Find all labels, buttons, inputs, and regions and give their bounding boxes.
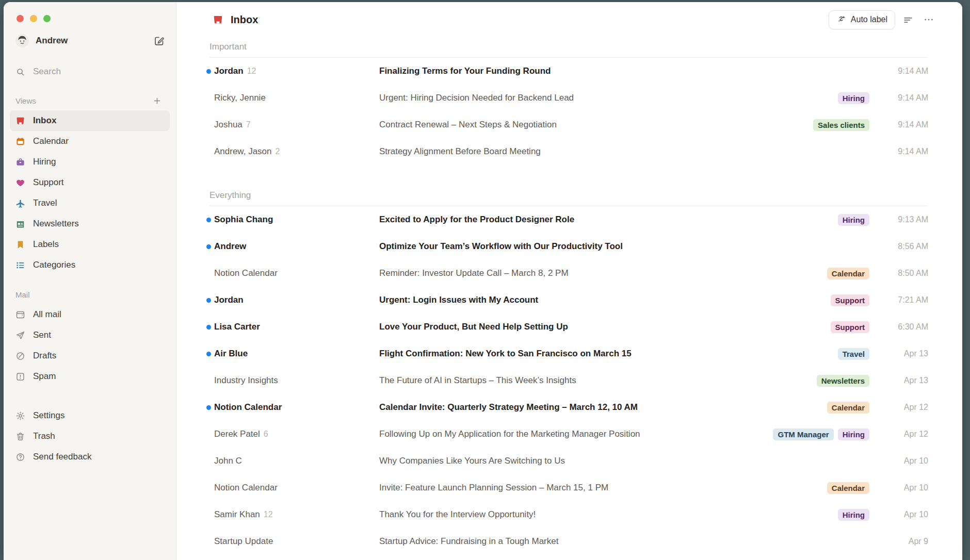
sidebar-item-label: Calendar	[33, 136, 69, 146]
label-badge-hiring[interactable]: Hiring	[838, 429, 869, 440]
label-badge-support[interactable]: Support	[831, 321, 870, 333]
email-row[interactable]: Joshua7Contract Renewal – Next Steps & N…	[209, 111, 928, 138]
email-sender: Lisa Carter	[214, 322, 379, 332]
display-options-button[interactable]	[900, 12, 916, 27]
label-badge-calendar[interactable]: Calendar	[827, 482, 869, 494]
account-row[interactable]: Andrew	[10, 31, 170, 51]
sidebar-item-spam[interactable]: Spam	[10, 366, 170, 387]
label-badge-hiring[interactable]: Hiring	[838, 509, 869, 521]
sidebar-item-all-mail[interactable]: All mail	[10, 304, 170, 325]
sidebar-item-label: Settings	[33, 410, 64, 421]
sidebar-item-travel[interactable]: Travel	[10, 193, 170, 213]
unread-dot-icon	[206, 352, 211, 356]
email-row[interactable]: Notion CalendarReminder: Investor Update…	[209, 260, 928, 287]
more-options-button[interactable]	[921, 12, 936, 27]
search-input[interactable]: Search	[10, 62, 170, 81]
email-row[interactable]: Notion CalendarInvite: Feature Launch Pl…	[209, 474, 928, 501]
sidebar-item-newsletters[interactable]: Newsletters	[10, 213, 170, 234]
label-badge-support[interactable]: Support	[831, 294, 870, 306]
sidebar-item-support[interactable]: Support	[10, 172, 170, 193]
email-row[interactable]: Air BlueFlight Confirmation: New York to…	[209, 340, 928, 367]
sidebar-item-settings[interactable]: Settings	[10, 405, 170, 426]
ellipsis-icon	[923, 14, 934, 25]
spam-icon	[15, 372, 25, 382]
sidebar-item-calendar[interactable]: Calendar	[10, 131, 170, 152]
sender-name: John C	[214, 456, 242, 466]
mail-header: Inbox Auto label	[176, 2, 962, 34]
sidebar-item-label: Support	[33, 177, 64, 188]
label-badge-calendar[interactable]: Calendar	[827, 402, 869, 414]
email-section-everything: EverythingSophia ChangExcited to Apply f…	[209, 183, 928, 560]
email-row[interactable]: Car RentalsUpgrade: Rental Details – Pic…	[209, 555, 928, 560]
email-subject: Excited to Apply for the Product Designe…	[379, 215, 838, 225]
thread-count: 2	[276, 147, 280, 156]
sidebar-item-inbox[interactable]: Inbox	[10, 110, 170, 131]
email-subject: Thank You for the Interview Opportunity!	[379, 509, 838, 520]
email-time: 9:14 AM	[877, 93, 928, 103]
email-row[interactable]: JordanUrgent: Login Issues with My Accou…	[209, 287, 928, 314]
email-row[interactable]: John CWhy Companies Like Yours Are Switc…	[209, 448, 928, 474]
page-title: Inbox	[231, 14, 258, 26]
label-badge-hiring[interactable]: Hiring	[838, 214, 869, 226]
window-controls	[17, 15, 51, 22]
email-labels: GTM ManagerHiring	[773, 429, 869, 440]
email-row[interactable]: Industry InsightsThe Future of AI in Sta…	[209, 367, 928, 394]
email-row[interactable]: Andrew, Jason2Strategy Alignment Before …	[209, 138, 928, 165]
sidebar-section-label: Views	[15, 96, 36, 105]
sidebar-item-hiring[interactable]: Hiring	[10, 152, 170, 172]
label-badge-travel[interactable]: Travel	[838, 348, 869, 360]
email-time: Apr 13	[877, 376, 928, 385]
label-badge-newsletters[interactable]: Newsletters	[817, 375, 869, 387]
label-badge-gtm-manager[interactable]: GTM Manager	[773, 429, 833, 440]
unread-dot-icon	[206, 325, 211, 330]
email-row[interactable]: Notion CalendarCalendar Invite: Quarterl…	[209, 394, 928, 421]
sidebar-item-labels[interactable]: Labels	[10, 234, 170, 255]
email-time: Apr 13	[877, 349, 928, 358]
sender-name: Andrew	[214, 241, 246, 251]
sender-name: Jordan	[214, 295, 244, 305]
email-row[interactable]: Jordan12Finalizing Terms for Your Fundin…	[209, 58, 928, 85]
email-time: Apr 10	[877, 456, 928, 466]
sidebar-item-send-feedback[interactable]: Send feedback	[10, 447, 170, 467]
calendar-icon	[15, 137, 25, 146]
email-subject: Love Your Product, But Need Help Setting…	[379, 322, 831, 332]
email-subject: The Future of AI in Startups – This Week…	[379, 375, 817, 386]
email-row[interactable]: Samir Khan12Thank You for the Interview …	[209, 501, 928, 528]
sidebar-item-sent[interactable]: Sent	[10, 325, 170, 345]
label-badge-sales-clients[interactable]: Sales clients	[813, 119, 869, 131]
search-placeholder: Search	[33, 67, 61, 77]
sidebar-item-list: InboxCalendarHiringSupportTravelNewslett…	[10, 110, 170, 275]
email-subject: Contract Renewal – Next Steps & Negotiat…	[379, 120, 813, 130]
email-labels: Sales clients	[813, 119, 869, 131]
email-row[interactable]: AndrewOptimize Your Team’s Workflow with…	[209, 233, 928, 260]
email-row[interactable]: Startup UpdateStartup Advice: Fundraisin…	[209, 528, 928, 555]
sidebar-item-label: Sent	[33, 330, 51, 340]
label-badge-hiring[interactable]: Hiring	[838, 92, 869, 104]
sidebar-item-drafts[interactable]: Drafts	[10, 345, 170, 366]
sender-name: Andrew, Jason	[214, 146, 272, 156]
label-badge-calendar[interactable]: Calendar	[827, 268, 869, 279]
email-labels: Travel	[838, 348, 869, 360]
email-row[interactable]: Derek Patel6Following Up on My Applicati…	[209, 421, 928, 448]
email-subject: Urgent: Login Issues with My Account	[379, 295, 831, 305]
question-circle-icon	[15, 452, 25, 462]
auto-label-button[interactable]: Auto label	[829, 10, 895, 29]
unread-indicator-column	[203, 325, 214, 330]
email-row[interactable]: Sophia ChangExcited to Apply for the Pro…	[209, 206, 928, 233]
compose-button[interactable]	[152, 34, 167, 48]
sidebar-item-label: Inbox	[33, 116, 56, 126]
sidebar-item-categories[interactable]: Categories	[10, 255, 170, 275]
add-view-button[interactable]	[150, 94, 164, 108]
unread-dot-icon	[206, 405, 211, 410]
zoom-window-button[interactable]	[43, 15, 51, 22]
minimize-window-button[interactable]	[30, 15, 37, 22]
email-sender: Air Blue	[214, 349, 379, 359]
sidebar-item-trash[interactable]: Trash	[10, 426, 170, 447]
email-subject: Optimize Your Team’s Workflow with Our P…	[379, 241, 877, 252]
close-window-button[interactable]	[17, 15, 24, 22]
compose-icon	[154, 36, 165, 46]
email-subject: Finalizing Terms for Your Funding Round	[379, 66, 877, 76]
email-row[interactable]: Ricky, JennieUrgent: Hiring Decision Nee…	[209, 85, 928, 111]
sidebar-section-header: Views	[10, 93, 170, 108]
email-row[interactable]: Lisa CarterLove Your Product, But Need H…	[209, 314, 928, 340]
